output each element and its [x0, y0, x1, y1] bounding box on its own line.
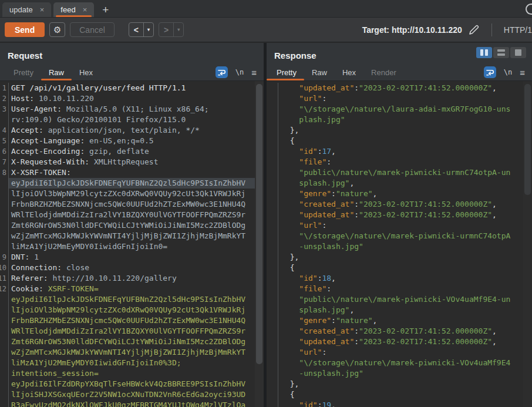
tab-pretty[interactable]: Pretty [6, 64, 41, 80]
line-number [267, 315, 278, 326]
code-line: "public\/nature\/marek-piwnicki-VOv4uaMf… [267, 294, 532, 305]
code-line: 8X-XSRF-TOKEN: [0, 167, 264, 178]
code-line: 9DNT: 1 [0, 252, 264, 263]
line-number [0, 347, 9, 358]
edit-pencil-icon[interactable] [468, 24, 480, 36]
line-number: 1 [0, 83, 9, 93]
line-number [267, 252, 278, 263]
request-response-split: Request Pretty Raw Hex \n ≡ [0, 43, 532, 407]
gear-icon[interactable]: ⚙ [49, 22, 65, 37]
forward-history-button[interactable]: > ▾ [159, 22, 184, 37]
code-line: "id":18, [267, 273, 532, 284]
code-line: }, [267, 379, 532, 389]
line-number [267, 104, 278, 115]
line-number [0, 220, 9, 231]
line-number [267, 199, 278, 210]
line-number [267, 389, 278, 400]
line-number [0, 305, 9, 315]
tab-raw[interactable]: Raw [304, 64, 335, 80]
line-number [267, 157, 278, 167]
word-wrap-icon[interactable] [484, 66, 496, 78]
menu-icon[interactable]: ≡ [251, 68, 257, 78]
line-number [267, 368, 278, 379]
code-line: "\/storage\/nature\/marek-piwnicki-urmnC… [267, 231, 532, 241]
code-line: "\/storage\/nature\/marek-piwnicki-VOv4u… [267, 358, 532, 368]
divider [491, 23, 492, 36]
tab-pretty[interactable]: Pretty [267, 64, 304, 80]
new-tab-button[interactable]: + [102, 4, 109, 15]
active-tab-underline [56, 15, 92, 17]
line-number [267, 305, 278, 315]
word-wrap-icon[interactable] [216, 66, 228, 78]
line-number [267, 273, 278, 284]
code-line: Zmt6RGNrOW53N0lldDFCYWQiLCJtYWMiOiJiNmI5… [0, 220, 264, 231]
layout-single-button[interactable] [510, 47, 526, 58]
close-icon[interactable]: × [83, 6, 87, 14]
code-line: "genre":"nature", [267, 189, 532, 199]
line-number [267, 231, 278, 241]
cancel-button[interactable]: Cancel [70, 22, 115, 37]
line-number [0, 358, 9, 368]
tab-hex[interactable]: Hex [335, 64, 363, 80]
scrollbar-thumb[interactable] [524, 84, 531, 195]
code-line: -unsplash.jpg" [267, 241, 532, 252]
tab-feed[interactable]: feed × [53, 2, 94, 17]
chevron-down-icon[interactable]: ▾ [144, 27, 153, 32]
active-tab-underline [267, 79, 304, 80]
chevron-down-icon[interactable]: ▾ [174, 27, 183, 32]
line-number [0, 115, 9, 125]
line-number [267, 358, 278, 368]
scrollbar-thumb[interactable] [256, 84, 262, 364]
tab-update[interactable]: update × [2, 2, 51, 17]
active-tab-underline [41, 79, 72, 80]
line-number: 5 [0, 136, 9, 146]
code-line: "genre":"nature", [267, 315, 532, 326]
line-number [0, 210, 9, 220]
layout-columns-button[interactable] [476, 47, 492, 58]
line-number [0, 315, 9, 326]
show-newlines-icon[interactable]: \n [235, 68, 244, 76]
close-icon[interactable]: × [40, 6, 45, 14]
line-number [0, 241, 9, 252]
code-line: }, [267, 252, 532, 263]
tab-feed-label: feed [60, 5, 75, 14]
code-line: eyJpdiI6IlpJckJDSkFDNEFqYUFBNnZ2Qzl5dHc9… [0, 178, 264, 189]
request-title: Request [0, 43, 264, 60]
show-newlines-icon[interactable]: \n [504, 68, 512, 76]
request-panel: Request Pretty Raw Hex \n ≡ [0, 43, 264, 407]
line-number [0, 294, 9, 305]
code-line: 1GET /api/v1/gallery/user/feed HTTP/1.1 [0, 83, 264, 93]
request-editor[interactable]: 1GET /api/v1/gallery/user/feed HTTP/1.12… [0, 81, 264, 407]
line-number [0, 337, 9, 347]
line-number [267, 326, 278, 337]
tab-render[interactable]: Render [363, 64, 404, 80]
line-number [0, 178, 9, 189]
code-line: splash.jpg", [267, 178, 532, 189]
code-line: 2Host: 10.10.11.220 [0, 93, 264, 104]
back-history-button[interactable]: < ▾ [129, 22, 154, 37]
tab-hex[interactable]: Hex [72, 64, 100, 80]
code-line: 11Referer: http://10.10.11.220/gallery [0, 273, 264, 284]
code-line: }, [267, 125, 532, 136]
line-number: 8 [0, 167, 9, 178]
line-number [267, 294, 278, 305]
layout-rows-button[interactable] [493, 47, 509, 58]
code-line: intentions_session= [0, 368, 264, 379]
send-button[interactable]: Send [5, 22, 45, 37]
tab-raw[interactable]: Raw [41, 64, 72, 80]
code-line: WRlTElodjdmMDdiZzIra2lVY1BZQXY0UlVGYTFOO… [0, 326, 264, 337]
editor-toolbar-icons: \n ≡ [484, 66, 532, 78]
repeater-tab-strip: update × feed × + [0, 0, 532, 18]
code-line: { [267, 263, 532, 273]
line-number [267, 210, 278, 220]
back-arrow-label: < [129, 25, 143, 35]
code-line: Zmt6RGNrOW53N0lldDFCYWQiLCJtYWMiOiJiNmI5… [0, 337, 264, 347]
layout-switcher [476, 47, 526, 58]
code-line: "created_at":"2023-02-02T17:41:52.000000… [267, 326, 532, 337]
line-number [267, 263, 278, 273]
menu-icon[interactable]: ≡ [520, 68, 525, 78]
editor-toolbar-icons: \n ≡ [216, 66, 264, 78]
code-line: "id":19, [267, 400, 532, 407]
line-number: 3 [0, 104, 9, 115]
line-number [0, 368, 9, 379]
